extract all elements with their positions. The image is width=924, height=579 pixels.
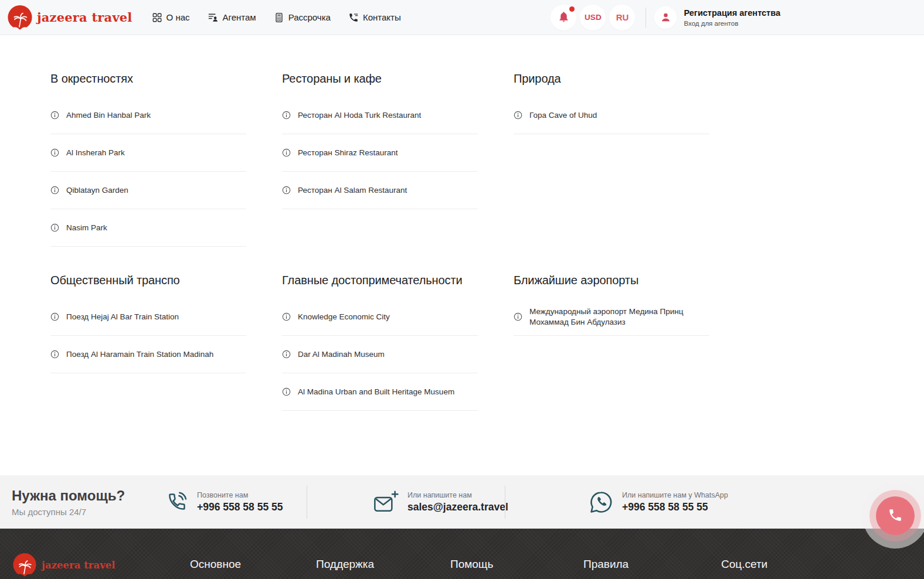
bell-icon — [558, 11, 570, 25]
footer-column-title: Поддержка — [316, 558, 374, 571]
help-band: Нужна помощь? Мы доступны 24/7 Позвоните… — [0, 475, 924, 529]
language-button[interactable]: RU — [609, 5, 635, 30]
poi-item-label: Knowledge Economic City — [298, 312, 402, 322]
phone-icon — [165, 491, 188, 514]
phone-contact-icon — [348, 12, 359, 23]
section-title: Ближайшие аэропорты — [514, 273, 709, 287]
agency-registration[interactable]: Регистрация агентства Вход для агентов — [654, 6, 780, 29]
help-divider — [307, 486, 307, 519]
poi-item[interactable]: Qiblatayn Garden — [50, 172, 246, 209]
help-divider — [505, 486, 505, 519]
poi-item[interactable]: Ресторан Shiraz Restaurant — [282, 134, 478, 172]
phone-fab-icon — [888, 508, 903, 524]
help-subtitle: Мы доступны 24/7 — [12, 507, 154, 517]
phone-fab[interactable] — [876, 496, 915, 535]
footer-brand[interactable]: jazeera travel — [13, 553, 116, 577]
agents-icon — [208, 12, 219, 23]
info-icon — [282, 148, 291, 157]
section-title: В окрестностях — [50, 71, 246, 86]
poi-section-restaurants: Рестораны и кафеРесторан Al Hoda Turk Re… — [282, 71, 478, 209]
help-contacts: Позвоните нам+996 558 58 55 55Или напиши… — [154, 486, 728, 519]
contact-value[interactable]: sales@jazeera.travel — [407, 501, 508, 513]
poi-item[interactable]: Nasim Park — [50, 209, 246, 247]
info-icon — [282, 186, 291, 195]
contact-value[interactable]: +996 558 58 55 55 — [622, 501, 728, 513]
footer-column-title: Основное — [190, 558, 241, 571]
calculator-icon — [274, 12, 284, 23]
poi-section-transport: Общественный транспоПоезд Hejaj Al Bar T… — [50, 273, 246, 373]
poi-item[interactable]: Knowledge Economic City — [282, 298, 478, 336]
registration-title[interactable]: Регистрация агентства — [684, 8, 780, 18]
whatsapp-icon — [589, 490, 613, 515]
notifications-button[interactable] — [551, 5, 576, 30]
header-actions: USD RU Регистрация агентства Вход для аг… — [547, 5, 780, 30]
poi-item-label: Ресторан Al Hoda Turk Restaurant — [298, 110, 433, 121]
poi-item-label: Qiblatayn Garden — [66, 185, 140, 196]
footer-column-title: Соц.сети — [721, 558, 767, 571]
poi-item-label: Nasim Park — [66, 223, 119, 233]
poi-section-attractions: Главные достопримечательностиKnowledge E… — [282, 273, 478, 411]
poi-item[interactable]: Гора Cave of Uhud — [514, 97, 709, 134]
poi-item-label: Dar Al Madinah Museum — [298, 349, 396, 360]
poi-item-label: Al Madina Urban and Built Heritage Musue… — [298, 387, 466, 397]
poi-section-nearby: В окрестностяхAhmed Bin Hanbal ParkAl In… — [50, 71, 246, 247]
footer-column-title: Правила — [583, 558, 629, 571]
poi-item[interactable]: Поезд Hejaj Al Bar Train Station — [50, 298, 246, 336]
section-title: Рестораны и кафе — [282, 71, 478, 86]
poi-grid: В окрестностяхAhmed Bin Hanbal ParkAl In… — [50, 71, 924, 411]
nav-item-agents[interactable]: Агентам — [208, 12, 256, 23]
poi-item[interactable]: Ресторан Al Salam Restaurant — [282, 172, 478, 209]
section-title: Главные достопримечательности — [282, 273, 478, 287]
poi-item-label: Поезд Al Haramain Train Station Madinah — [66, 349, 225, 360]
poi-section-airports: Ближайшие аэропортыМеждународный аэропор… — [514, 273, 709, 336]
poi-item[interactable]: Ресторан Al Hoda Turk Restaurant — [282, 97, 478, 134]
poi-item-label: Al Insherah Park — [66, 148, 137, 158]
info-icon — [50, 312, 59, 321]
currency-button[interactable]: USD — [580, 5, 606, 30]
poi-content: В окрестностяхAhmed Bin Hanbal ParkAl In… — [0, 35, 924, 475]
brand-name: jazeera travel — [37, 10, 133, 25]
main-nav: О насАгентамРассрочкаКонтакты — [152, 12, 401, 23]
contact-label: Позвоните нам — [197, 491, 283, 499]
info-icon — [50, 350, 59, 359]
poi-item-label: Ресторан Al Salam Restaurant — [298, 185, 419, 196]
info-icon — [50, 148, 59, 157]
nav-item-about[interactable]: О нас — [152, 12, 190, 23]
info-icon — [514, 111, 522, 120]
nav-item-label: Контакты — [363, 12, 401, 22]
notification-badge-dot — [569, 6, 575, 12]
poi-item[interactable]: Поезд Al Haramain Train Station Madinah — [50, 336, 246, 373]
contact-label: Или напишите нам у WhatsApp — [622, 491, 728, 499]
help-title: Нужна помощь? — [12, 488, 154, 504]
poi-item-label: Ahmed Bin Hanbal Park — [66, 110, 162, 121]
brand-logo[interactable]: jazeera travel — [8, 5, 133, 30]
language-label: RU — [616, 12, 629, 22]
poi-item-label: Гора Cave of Uhud — [529, 110, 609, 121]
user-icon — [654, 6, 677, 29]
poi-item[interactable]: Dar Al Madinah Museum — [282, 336, 478, 373]
poi-item[interactable]: Международный аэропорт Медина Принц Моха… — [514, 298, 709, 336]
palm-logo-icon — [13, 553, 36, 577]
email-icon — [373, 491, 399, 514]
contact-whatsapp: Или напишите нам у WhatsApp+996 558 58 5… — [589, 490, 728, 515]
poi-section-nature: ПриродаГора Cave of Uhud — [514, 71, 709, 134]
nav-item-installment[interactable]: Рассрочка — [274, 12, 331, 23]
footer-brand-name: jazeera travel — [42, 560, 116, 571]
info-icon — [50, 223, 59, 232]
poi-item[interactable]: Ahmed Bin Hanbal Park — [50, 97, 246, 134]
info-icon — [282, 350, 291, 359]
poi-item-label: Ресторан Shiraz Restaurant — [298, 148, 409, 158]
agent-login-link[interactable]: Вход для агентов — [684, 20, 780, 27]
info-icon — [50, 111, 59, 120]
poi-item[interactable]: Al Insherah Park — [50, 134, 246, 172]
page-footer: jazeera travel ОсновноеПоддержкаПомощьПр… — [0, 529, 924, 579]
contact-call: Позвоните нам+996 558 58 55 55 — [165, 491, 295, 514]
nav-item-label: Агентам — [223, 12, 256, 22]
section-title: Природа — [514, 71, 709, 86]
nav-item-label: О нас — [167, 12, 190, 22]
contact-label: Или напишите нам — [407, 491, 508, 499]
nav-item-contacts[interactable]: Контакты — [348, 12, 401, 23]
poi-item[interactable]: Al Madina Urban and Built Heritage Musue… — [282, 373, 478, 411]
contact-value[interactable]: +996 558 58 55 55 — [197, 501, 283, 513]
section-title: Общественный транспо — [50, 273, 246, 287]
